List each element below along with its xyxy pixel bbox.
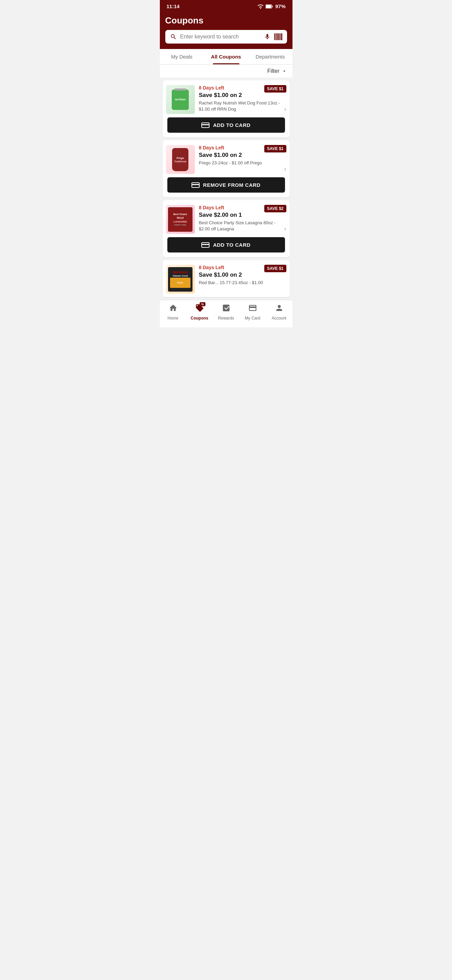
svg-rect-1 bbox=[272, 5, 273, 7]
tab-my-deals[interactable]: My Deals bbox=[160, 49, 204, 64]
add-to-card-button-3[interactable]: ADD TO CARD bbox=[167, 237, 285, 253]
svg-rect-2 bbox=[266, 5, 271, 8]
bottom-nav: Home % Coupons Rewards My Card bbox=[160, 300, 292, 327]
svg-rect-3 bbox=[274, 33, 275, 40]
coupon-title-4: Save $1.00 on 2 bbox=[199, 272, 283, 278]
battery-level: 97% bbox=[275, 3, 285, 9]
filter-bar: Filter bbox=[160, 65, 292, 78]
coupon-badge: % bbox=[200, 302, 205, 306]
coupon-card-3: Best Choice Meat LASAGNA PARTY SIZE 8 Da… bbox=[163, 200, 290, 257]
account-icon bbox=[275, 304, 284, 314]
my-card-icon bbox=[248, 304, 257, 314]
chevron-down-icon bbox=[282, 68, 287, 74]
coupons-icon: % bbox=[195, 304, 204, 314]
card-icon-3 bbox=[201, 242, 209, 248]
save-badge-4: SAVE $1 bbox=[264, 265, 286, 272]
page-title: Coupons bbox=[165, 15, 287, 26]
nav-coupons[interactable]: % Coupons bbox=[189, 304, 210, 321]
barcode-icon[interactable] bbox=[274, 33, 282, 40]
home-icon bbox=[169, 304, 178, 314]
coupon-main-3: Best Choice Meat LASAGNA PARTY SIZE 8 Da… bbox=[163, 200, 290, 237]
microphone-icon[interactable] bbox=[264, 33, 271, 40]
coupon-image-1: NUTRISH bbox=[166, 85, 195, 114]
status-right: 97% bbox=[257, 3, 285, 9]
coupon-main-4: Red Baron Classic Crust PIZZA 8 Days Lef… bbox=[163, 260, 290, 297]
tabs-bar: My Deals All Coupons Departments bbox=[160, 49, 292, 65]
status-time: 11:14 bbox=[167, 3, 179, 9]
tab-departments[interactable]: Departments bbox=[248, 49, 292, 64]
coupon-title-1: Save $1.00 on 2 bbox=[199, 92, 283, 99]
add-to-card-button-1[interactable]: ADD TO CARD bbox=[167, 118, 285, 133]
nav-my-card[interactable]: My Card bbox=[243, 304, 263, 321]
save-badge-2: SAVE $1 bbox=[264, 145, 286, 153]
coupon-card-4: Red Baron Classic Crust PIZZA 8 Days Lef… bbox=[163, 260, 290, 297]
coupon-image-4: Red Baron Classic Crust PIZZA bbox=[166, 265, 195, 294]
wifi-icon bbox=[257, 4, 263, 9]
svg-rect-7 bbox=[278, 33, 279, 40]
status-bar: 11:14 97% bbox=[160, 0, 292, 13]
nav-rewards[interactable]: Rewards bbox=[216, 304, 236, 321]
chevron-right-3[interactable]: › bbox=[284, 225, 286, 232]
rewards-icon bbox=[222, 304, 231, 314]
svg-rect-4 bbox=[275, 33, 276, 40]
coupon-image-2: Prego Traditional bbox=[166, 145, 195, 174]
svg-rect-9 bbox=[279, 33, 280, 40]
coupon-action-3: ADD TO CARD bbox=[163, 237, 290, 257]
header: Coupons bbox=[160, 13, 292, 49]
coupon-main-2: Prego Traditional 8 Days Left Save $1.00… bbox=[163, 140, 290, 177]
coupon-title-3: Save $2.00 on 1 bbox=[199, 212, 283, 218]
search-right-icons bbox=[264, 33, 282, 40]
search-input[interactable] bbox=[180, 34, 260, 40]
tab-all-coupons[interactable]: All Coupons bbox=[204, 49, 248, 64]
svg-rect-5 bbox=[276, 33, 276, 40]
svg-rect-8 bbox=[279, 33, 279, 40]
save-badge-3: SAVE $2 bbox=[264, 205, 286, 212]
save-badge-1: SAVE $1 bbox=[264, 85, 286, 92]
card-icon-2 bbox=[192, 182, 200, 188]
coupon-desc-1: Rachel Ray Nutrish Wet Dog Food 13oz - $… bbox=[199, 100, 283, 112]
nav-home[interactable]: Home bbox=[163, 304, 183, 321]
coupon-image-3: Best Choice Meat LASAGNA PARTY SIZE bbox=[166, 205, 195, 234]
coupon-action-2: REMOVE FROM CARD bbox=[163, 177, 290, 197]
svg-rect-11 bbox=[281, 33, 282, 40]
chevron-right-2[interactable]: › bbox=[284, 165, 286, 172]
coupon-card-2: Prego Traditional 8 Days Left Save $1.00… bbox=[163, 140, 290, 197]
card-icon-1 bbox=[201, 123, 209, 128]
svg-rect-6 bbox=[277, 33, 277, 40]
chevron-right-1[interactable]: › bbox=[284, 105, 286, 113]
search-bar[interactable] bbox=[165, 30, 287, 43]
coupons-list: NUTRISH 8 Days Left Save $1.00 on 2 Rach… bbox=[160, 78, 292, 300]
coupon-desc-4: Red Bar... 15.77-23.45oz - $1.00 bbox=[199, 280, 283, 286]
coupon-main-1: NUTRISH 8 Days Left Save $1.00 on 2 Rach… bbox=[163, 80, 290, 118]
svg-rect-10 bbox=[281, 33, 281, 40]
search-icon bbox=[170, 33, 177, 40]
coupon-title-2: Save $1.00 on 2 bbox=[199, 152, 283, 159]
coupon-desc-2: Prego 23-24oz - $1.00 off Prego bbox=[199, 160, 283, 166]
nav-account[interactable]: Account bbox=[269, 304, 289, 321]
coupon-desc-3: Best Choice Party Size Lasagna 80oz - $2… bbox=[199, 220, 283, 232]
coupon-card-1: NUTRISH 8 Days Left Save $1.00 on 2 Rach… bbox=[163, 80, 290, 137]
remove-from-card-button-2[interactable]: REMOVE FROM CARD bbox=[167, 177, 285, 192]
battery-icon bbox=[266, 5, 273, 8]
coupon-action-1: ADD TO CARD bbox=[163, 118, 290, 137]
filter-button[interactable]: Filter bbox=[267, 68, 287, 74]
